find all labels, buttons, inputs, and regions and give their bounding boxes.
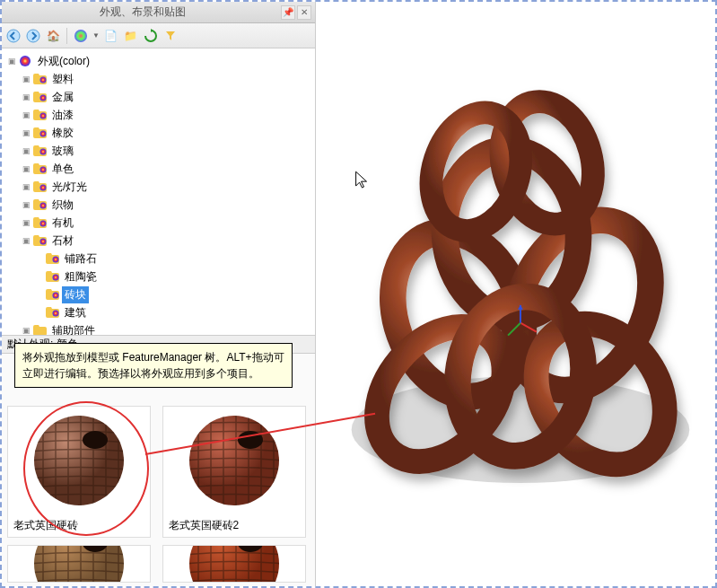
expander-icon[interactable]: ▣: [20, 109, 32, 121]
svg-point-0: [7, 30, 20, 42]
tree-item-label: 玻璃: [49, 143, 76, 160]
tree-item[interactable]: ▣ 玻璃: [4, 142, 313, 160]
expander-icon[interactable]: ▣: [5, 55, 18, 67]
appearance-icon[interactable]: [73, 28, 89, 44]
appearance-swatch[interactable]: [7, 545, 151, 583]
folder-icon: [32, 198, 47, 211]
svg-point-11: [39, 203, 46, 209]
appearance-swatch[interactable]: [162, 545, 306, 583]
svg-point-7: [39, 131, 46, 137]
tree-item-label: 金属: [49, 89, 76, 106]
pin-icon[interactable]: 📌: [281, 5, 295, 20]
folder-icon: [32, 324, 47, 336]
folder-icon: [45, 306, 59, 319]
close-icon[interactable]: ✕: [297, 5, 311, 20]
panel-title: 外观、布景和贴图: [5, 4, 279, 20]
tree-item[interactable]: ▣ 织物: [4, 196, 313, 214]
svg-point-15: [52, 275, 58, 281]
svg-point-29: [189, 416, 279, 505]
expander-icon[interactable]: ▣: [20, 91, 32, 103]
tree-item-label: 石材: [49, 233, 76, 250]
tree-item-label: 油漆: [49, 107, 76, 124]
separator: [66, 28, 67, 44]
tree-item[interactable]: ▣ 塑料: [4, 70, 313, 88]
tree-root-label: 外观(color): [35, 53, 92, 70]
tree-item[interactable]: ▣ 有机: [4, 214, 313, 232]
hint-tooltip: 将外观拖放到模型或 FeatureManager 树。ALT+拖动可立即进行编辑…: [14, 343, 293, 388]
svg-point-13: [39, 239, 46, 245]
expander-icon[interactable]: ▣: [20, 198, 32, 211]
folder-icon: [32, 216, 47, 229]
expander-icon[interactable]: ▣: [20, 73, 32, 85]
svg-point-6: [39, 113, 46, 119]
forward-icon[interactable]: [25, 28, 41, 44]
folder-icon: [32, 145, 47, 157]
tree-item[interactable]: 铺路石: [4, 250, 313, 268]
appearance-swatch[interactable]: 老式英国硬砖2: [162, 406, 306, 538]
folder-icon: [32, 234, 47, 247]
filter-icon[interactable]: [162, 28, 179, 44]
expander-icon[interactable]: ▣: [20, 145, 32, 157]
tree-item[interactable]: ▣ 油漆: [4, 106, 313, 124]
tree-item-label: 建筑: [62, 304, 89, 321]
svg-point-17: [52, 311, 58, 317]
tree-item-label: 塑料: [49, 71, 76, 88]
tree-item[interactable]: ▣ 光/灯光: [4, 178, 313, 196]
svg-point-4: [39, 77, 46, 83]
tree-item-aux[interactable]: ▣ 辅助部件: [4, 321, 313, 336]
new-icon[interactable]: 📄: [103, 28, 119, 44]
svg-point-1: [27, 30, 39, 42]
svg-point-12: [39, 221, 46, 227]
swatch-label: 老式英国硬砖2: [163, 514, 305, 537]
svg-point-27: [83, 431, 108, 449]
tree-item-label: 织物: [49, 197, 76, 214]
expander-icon[interactable]: ▣: [20, 180, 32, 193]
folder-icon: [45, 252, 59, 265]
folder-icon: [32, 73, 47, 85]
tree-item[interactable]: ▣ 金属: [4, 88, 313, 106]
tree-item-label: 单色: [49, 161, 76, 178]
tree-item[interactable]: ▣ 橡胶: [4, 124, 313, 142]
refresh-icon[interactable]: [143, 28, 159, 44]
home-icon[interactable]: 🏠: [45, 28, 61, 44]
folder-icon: [32, 180, 47, 193]
tree-item-label: 粗陶瓷: [62, 268, 100, 285]
appearance-swatch[interactable]: 老式英国硬砖: [7, 406, 151, 538]
tree-item-label: 铺路石: [62, 250, 100, 268]
tree-item[interactable]: ▣ 单色: [4, 160, 313, 178]
tree-item[interactable]: 建筑: [4, 303, 313, 321]
expander-icon[interactable]: ▣: [20, 324, 32, 336]
back-icon[interactable]: [5, 28, 22, 44]
expander-icon[interactable]: ▣: [20, 127, 32, 139]
preview-pane: 老式英国硬砖 老式英国硬砖2: [2, 354, 315, 586]
svg-point-5: [39, 95, 46, 101]
svg-point-8: [39, 149, 46, 155]
expander-icon[interactable]: ▣: [20, 162, 32, 175]
folder-icon: [45, 270, 59, 283]
expander-icon[interactable]: ▣: [20, 234, 32, 247]
tree-item[interactable]: 粗陶瓷: [4, 268, 313, 285]
sphere-icon: [18, 55, 32, 67]
toolbar: 🏠 ▼ 📄 📁: [2, 23, 315, 48]
svg-point-3: [20, 56, 31, 66]
folder-icon: [32, 91, 47, 103]
tree-root[interactable]: ▣ 外观(color): [4, 52, 313, 70]
tree-item[interactable]: 砖块: [4, 285, 313, 303]
tree-item[interactable]: ▣ 石材: [4, 232, 313, 250]
tree-item-label: 有机: [49, 215, 76, 232]
swatch-label: 老式英国硬砖: [8, 514, 150, 537]
svg-point-49: [189, 546, 279, 582]
tree-item-label: 辅助部件: [49, 322, 98, 337]
hint-text: 将外观拖放到模型或 FeatureManager 树。ALT+拖动可立即进行编辑…: [22, 351, 284, 380]
expander-icon[interactable]: ▣: [20, 216, 32, 229]
svg-point-2: [74, 30, 87, 42]
folder-icon: [32, 162, 47, 175]
folder-icon: [32, 109, 47, 121]
appearance-tree[interactable]: ▣ 外观(color) ▣ 塑料 ▣ 金属 ▣ 油漆 ▣ 橡胶 ▣: [2, 48, 315, 336]
svg-point-19: [34, 416, 124, 505]
panel-titlebar: 外观、布景和贴图 📌 ✕: [2, 2, 315, 23]
3d-viewport[interactable]: [316, 2, 715, 586]
svg-point-14: [52, 257, 58, 263]
tree-item-label: 砖块: [62, 286, 89, 303]
folder-icon[interactable]: 📁: [123, 28, 139, 44]
